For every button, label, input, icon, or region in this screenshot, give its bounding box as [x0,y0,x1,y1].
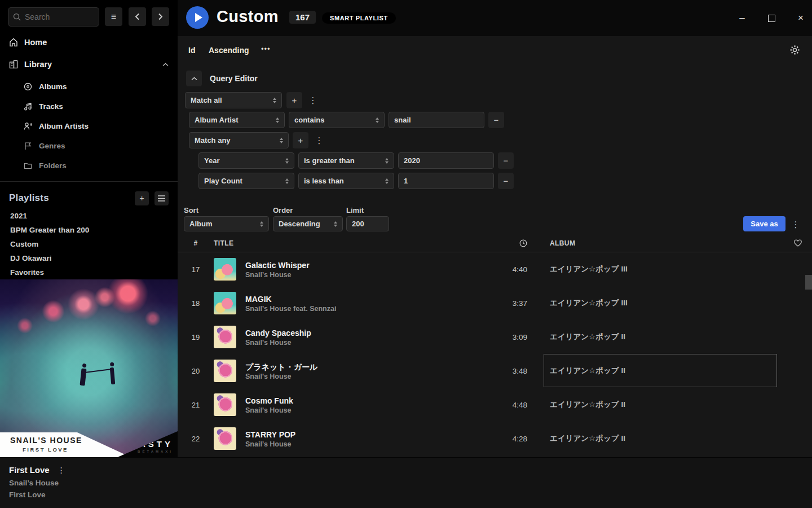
rule-operator-select[interactable]: is less than [298,173,394,189]
gear-icon[interactable] [790,45,800,55]
limit-label: Limit [346,206,364,214]
playlist-item[interactable]: DJ Okawari [0,251,178,265]
search-icon [13,13,21,21]
column-title[interactable]: TITLE [214,239,480,247]
sort-label: Sort [184,206,198,214]
rule-operator-select[interactable]: is greater than [298,152,394,169]
artist-icon [24,122,32,130]
rule-value-input[interactable] [398,152,494,169]
track-row[interactable]: 22 STARRY POP Snail’s House 4:28 エイリアン☆ポ… [178,422,812,456]
album-cover-thumbnail [214,292,236,314]
group-menu-button[interactable]: ⋮ [314,132,325,148]
track-album: エイリアン☆ポップ II [550,400,784,410]
main-area: Custom 167 SMART PLAYLIST – × Id Ascendi… [178,0,812,457]
sort-direction-button[interactable]: Ascending [209,46,249,55]
sidebar-item-label: Home [24,38,47,47]
album-cover-thumbnail [214,360,236,382]
nav-forward-button[interactable] [152,7,169,26]
rule-operator-select[interactable]: contains [289,112,385,128]
remove-rule-button[interactable]: − [498,152,514,169]
sidebar-item-library[interactable]: Library [0,54,178,75]
query-editor: Query Editor Match all + ⋮ Album Artist … [178,71,812,240]
playlist-header: Custom 167 SMART PLAYLIST – × [178,0,812,36]
track-title: Galactic Whisper [245,260,310,271]
track-artist: Snail’s House [245,271,310,279]
limit-input[interactable] [346,216,389,231]
sort-select[interactable]: Album [184,216,269,231]
add-rule-button[interactable]: + [286,92,302,108]
sidebar-item-label: Tracks [39,102,63,111]
track-row[interactable]: 19 Candy Spaceship Snail’s House 3:09 エイ… [178,320,812,354]
rule-value-input[interactable] [398,173,494,189]
group-add-rule-button[interactable]: + [293,132,308,148]
sidebar-divider [0,181,178,182]
remove-rule-button[interactable]: − [498,173,514,189]
album-cover-thumbnail [214,427,236,450]
disc-icon [24,82,32,91]
sidebar-menu-button[interactable]: ≡ [105,7,122,26]
album-cover-thumbnail [214,258,236,281]
root-rule-menu-button[interactable]: ⋮ [307,92,319,108]
scrollbar-thumb[interactable] [805,275,812,290]
sidebar-item-genres[interactable]: Genres [0,136,178,156]
create-playlist-button[interactable]: + [135,191,149,205]
rule-value-input[interactable] [389,112,484,128]
sidebar-item-label: Albums [39,82,67,91]
heart-icon[interactable] [784,239,812,247]
sidebar-topbar: ≡ [0,0,178,34]
playlist-item[interactable]: Custom [0,237,178,251]
track-duration: 3:48 [480,367,531,375]
play-playlist-button[interactable] [186,6,209,29]
order-select[interactable]: Descending [273,216,343,231]
sort-field-button[interactable]: Id [188,46,195,55]
track-row[interactable]: 17 Galactic Whisper Snail’s House 4:40 エ… [178,252,812,286]
column-index[interactable]: # [178,239,214,247]
window-maximize-button[interactable] [764,10,779,26]
track-artist: Snail’s House [245,373,317,380]
track-row[interactable]: 18 MAGIK Snail’s House feat. Sennzai 3:3… [178,286,812,320]
track-row[interactable]: 21 Cosmo Funk Snail’s House 4:48 エイリアン☆ポ… [178,388,812,422]
track-duration: 4:40 [480,265,531,274]
search-box[interactable] [8,7,99,27]
root-match-select[interactable]: Match all [185,92,282,108]
playlist-item[interactable]: 2021 [0,209,178,223]
query-editor-collapse-button[interactable] [186,71,202,86]
now-playing-artist[interactable]: Snail’s House [9,479,59,487]
now-playing-menu-button[interactable]: ⋮ [58,466,65,475]
window-close-button[interactable]: × [793,10,809,26]
track-album: エイリアン☆ポップ II [550,433,784,444]
track-title: プラネット・ガール [245,361,317,373]
sidebar-item-home[interactable]: Home [0,32,178,52]
sidebar-item-folders[interactable]: Folders [0,156,178,176]
artwork-title-text: FIRST LOVE [23,446,131,453]
sidebar-item-tracks[interactable]: Tracks [0,97,178,116]
group-match-select[interactable]: Match any [189,132,289,148]
column-album[interactable]: ALBUM [550,239,784,247]
toolbar-more-button[interactable]: ••• [261,45,271,53]
track-row[interactable]: 20 プラネット・ガール Snail’s House 3:48 エイリアン☆ポッ… [178,354,812,388]
track-duration: 4:28 [480,435,531,443]
sidebar-item-label: Library [24,60,52,69]
page-title: Custom [217,7,279,26]
rule-field-select[interactable]: Play Count [198,173,294,189]
remove-rule-button[interactable]: − [488,112,504,128]
rule-field-select[interactable]: Album Artist [189,112,285,128]
music-note-icon [24,102,32,111]
record-label-name: TASTY [104,439,173,449]
playlist-item[interactable]: Favorites [0,265,178,279]
now-playing-album[interactable]: First Love [9,491,46,499]
playlist-item[interactable]: BPM Greater than 200 [0,223,178,237]
query-menu-button[interactable]: ⋮ [790,216,801,233]
sidebar-item-album-artists[interactable]: Album Artists [0,116,178,136]
rule-field-select[interactable]: Year [198,152,294,169]
chevron-up-icon[interactable] [162,63,169,67]
playlist-list-view-button[interactable] [155,191,169,205]
track-duration: 3:09 [480,333,531,341]
save-as-button[interactable]: Save as [743,216,785,231]
track-count-badge: 167 [289,11,316,24]
nav-back-button[interactable] [129,7,146,26]
sidebar-item-albums[interactable]: Albums [0,77,178,97]
window-minimize-button[interactable]: – [734,10,750,26]
search-input[interactable] [25,12,94,21]
duration-clock-icon[interactable] [480,239,531,247]
